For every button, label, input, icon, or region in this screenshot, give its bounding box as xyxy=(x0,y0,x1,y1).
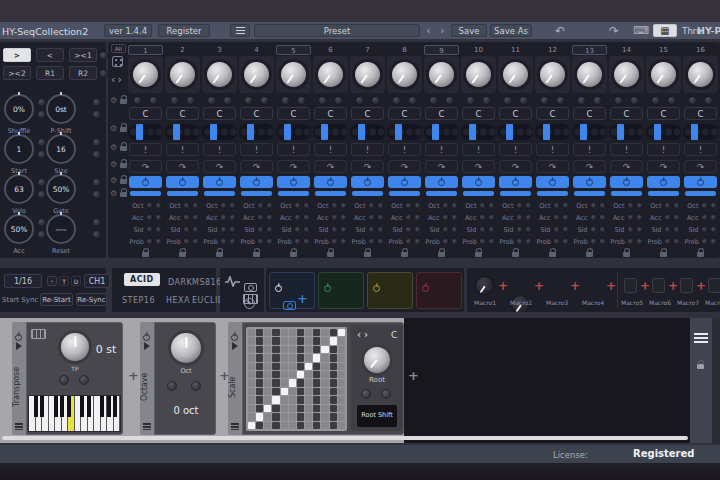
undo-icon[interactable]: ↶ xyxy=(548,24,572,37)
step-number[interactable]: 3 xyxy=(202,45,237,55)
scale-grid-cell[interactable] xyxy=(321,413,328,420)
transpose-down-button[interactable] xyxy=(59,375,69,385)
accent-toggle[interactable]: ! xyxy=(388,143,421,156)
scale-grid-cell[interactable] xyxy=(256,405,263,412)
sld-up-button[interactable] xyxy=(479,226,486,233)
sld-down-button[interactable] xyxy=(414,226,421,233)
scale-grid-cell[interactable] xyxy=(321,379,328,386)
scale-grid-cell[interactable] xyxy=(313,337,320,344)
scale-grid-cell[interactable] xyxy=(281,363,288,370)
slide-toggle[interactable]: ↷ xyxy=(351,160,384,173)
acc-up-button[interactable] xyxy=(553,214,560,221)
scale-grid-cell[interactable] xyxy=(321,363,328,370)
scale-grid-cell[interactable] xyxy=(272,363,279,370)
oct-down-button[interactable] xyxy=(599,202,606,209)
scale-grid-cell[interactable] xyxy=(248,329,255,336)
scale-grid-cell[interactable] xyxy=(248,354,255,361)
sld-up-button[interactable] xyxy=(368,226,375,233)
scale-grid-cell[interactable] xyxy=(330,363,337,370)
acc-up-button[interactable] xyxy=(183,214,190,221)
scale-grid-cell[interactable] xyxy=(281,354,288,361)
scale-grid-cell[interactable] xyxy=(272,413,279,420)
oct-down-button[interactable] xyxy=(636,202,643,209)
acc-down-button[interactable] xyxy=(192,214,199,221)
sld-down-button[interactable] xyxy=(451,226,458,233)
probability-bar[interactable] xyxy=(611,191,642,196)
pitch-knob[interactable] xyxy=(535,56,570,93)
pitch-knob[interactable] xyxy=(609,56,644,93)
step-number[interactable]: 4 xyxy=(239,45,274,55)
pitch-up-button[interactable] xyxy=(207,96,216,105)
note-value[interactable]: C xyxy=(573,107,606,120)
gate-knob[interactable]: 50% xyxy=(46,174,76,204)
scale-grid-cell[interactable] xyxy=(330,388,337,395)
accent-toggle[interactable]: ! xyxy=(499,143,532,156)
prob-down-button[interactable] xyxy=(562,238,569,245)
step-number[interactable]: 1 xyxy=(128,45,163,55)
pitch-knob[interactable] xyxy=(350,56,385,93)
dir-button-[interactable]: < xyxy=(36,48,64,62)
step-power-toggle[interactable] xyxy=(166,176,199,188)
pitch-down-button[interactable] xyxy=(630,96,639,105)
scale-grid-cell[interactable] xyxy=(330,413,337,420)
root-shift-button[interactable]: Root Shift xyxy=(357,405,397,427)
keyboard-icon[interactable]: ⌨ xyxy=(631,24,651,37)
scale-grid-cell[interactable] xyxy=(256,337,263,344)
pitch-down-button[interactable] xyxy=(519,96,528,105)
scale-grid-cell[interactable] xyxy=(297,379,304,386)
macro6-button[interactable] xyxy=(652,278,665,293)
scale-grid-cell[interactable] xyxy=(338,379,345,386)
scale-grid-cell[interactable] xyxy=(281,396,288,403)
mode-step16[interactable]: STEP16 xyxy=(122,296,155,305)
acc-up-button[interactable] xyxy=(664,214,671,221)
acc-knob[interactable]: 50% xyxy=(4,214,34,244)
save-button[interactable]: Save xyxy=(451,24,487,37)
step-power-toggle[interactable] xyxy=(647,176,680,188)
acc-up-button[interactable] xyxy=(294,214,301,221)
slot-power-icon[interactable] xyxy=(324,285,331,292)
pitch-knob[interactable] xyxy=(387,56,422,93)
acc-down-button[interactable] xyxy=(710,214,717,221)
macro7-button[interactable] xyxy=(680,278,693,293)
velocity-slider[interactable] xyxy=(572,124,607,140)
sld-up-button[interactable] xyxy=(627,226,634,233)
scale-grid-cell[interactable] xyxy=(289,422,296,429)
scale-grid-cell[interactable] xyxy=(289,329,296,336)
velo-up-button[interactable] xyxy=(37,178,46,187)
sld-up-button[interactable] xyxy=(553,226,560,233)
acc-down-button[interactable] xyxy=(525,214,532,221)
scale-grid-cell[interactable] xyxy=(289,396,296,403)
step-power-toggle[interactable] xyxy=(203,176,236,188)
scale-grid-cell[interactable] xyxy=(305,329,312,336)
scale-grid-cell[interactable] xyxy=(330,379,337,386)
oct-up-button[interactable] xyxy=(479,202,486,209)
scale-grid-cell[interactable] xyxy=(289,371,296,378)
acc-down-button[interactable] xyxy=(599,214,606,221)
oct-down-button[interactable] xyxy=(562,202,569,209)
dir-button-2[interactable]: ><2 xyxy=(3,66,31,80)
step-number[interactable]: 7 xyxy=(350,45,385,55)
step-power-toggle[interactable] xyxy=(129,176,162,188)
scale-play-icon[interactable] xyxy=(232,342,238,350)
pitch-up-button[interactable] xyxy=(392,96,401,105)
slide-toggle[interactable]: ↷ xyxy=(240,160,273,173)
macro3-assign-button[interactable]: + xyxy=(570,281,580,291)
scale-grid-cell[interactable] xyxy=(313,354,320,361)
slide-toggle[interactable]: ↷ xyxy=(203,160,236,173)
pitch-up-button[interactable] xyxy=(503,96,512,105)
acc-down-button[interactable] xyxy=(562,214,569,221)
scale-grid-cell[interactable] xyxy=(256,371,263,378)
accent-toggle[interactable]: ! xyxy=(462,143,495,156)
acc-down-button[interactable] xyxy=(266,214,273,221)
scale-grid-cell[interactable] xyxy=(248,396,255,403)
piano-key-black[interactable] xyxy=(34,396,38,417)
scale-power-icon[interactable] xyxy=(231,334,238,341)
pitch-down-button[interactable] xyxy=(186,96,195,105)
scale-grid-cell[interactable] xyxy=(248,422,255,429)
scale-grid-cell[interactable] xyxy=(297,413,304,420)
acc-up-button[interactable] xyxy=(627,214,634,221)
sld-down-button[interactable] xyxy=(303,226,310,233)
piano-key-black[interactable] xyxy=(113,396,117,417)
menu-button[interactable] xyxy=(230,24,250,37)
scale-grid-cell[interactable] xyxy=(297,405,304,412)
